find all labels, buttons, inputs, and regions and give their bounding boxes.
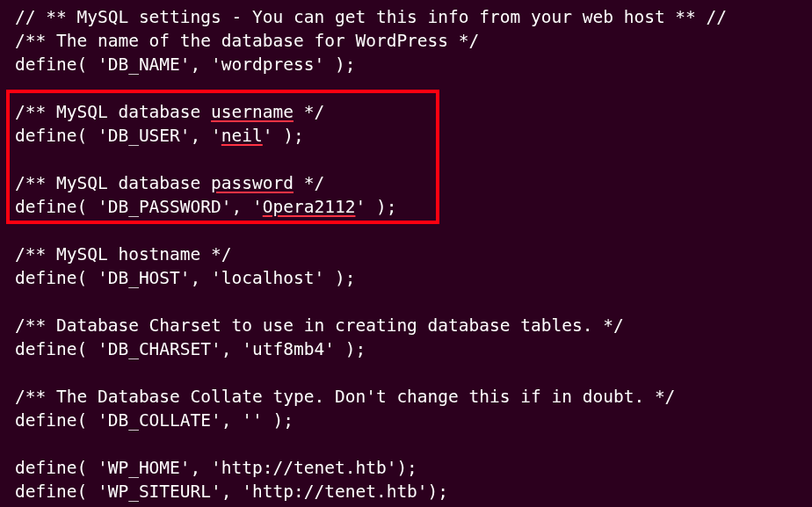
code-line: /** MySQL database username */ [15, 102, 324, 122]
code-line: define( 'DB_USER', 'neil' ); [15, 126, 304, 146]
code-line: /** Database Charset to use in creating … [15, 315, 624, 336]
code-line: /** The name of the database for WordPre… [15, 31, 479, 51]
code-line: define( 'WP_SITEURL', 'http://tenet.htb'… [15, 482, 448, 502]
underline-db-password-value: Opera2112 [263, 197, 356, 217]
code-line: /** MySQL hostname */ [15, 244, 232, 264]
underline-password-label: password [211, 173, 294, 193]
code-line: // ** MySQL settings - You can get this … [15, 7, 727, 27]
underline-db-user-value: neil [221, 126, 263, 146]
config-code: // ** MySQL settings - You can get this … [15, 5, 812, 503]
code-line: define( 'DB_NAME', 'wordpress' ); [15, 54, 355, 75]
code-line: define( 'DB_PASSWORD', 'Opera2112' ); [15, 197, 396, 217]
code-line: define( 'DB_CHARSET', 'utf8mb4' ); [15, 339, 366, 359]
code-line: define( 'DB_HOST', 'localhost' ); [15, 268, 355, 288]
underline-username-label: username [211, 102, 294, 122]
code-line: define( 'WP_HOME', 'http://tenet.htb'); [15, 458, 417, 478]
code-line: /** The Database Collate type. Don't cha… [15, 387, 675, 407]
code-line: /** MySQL database password */ [15, 173, 324, 193]
code-line: define( 'DB_COLLATE', '' ); [15, 410, 294, 431]
